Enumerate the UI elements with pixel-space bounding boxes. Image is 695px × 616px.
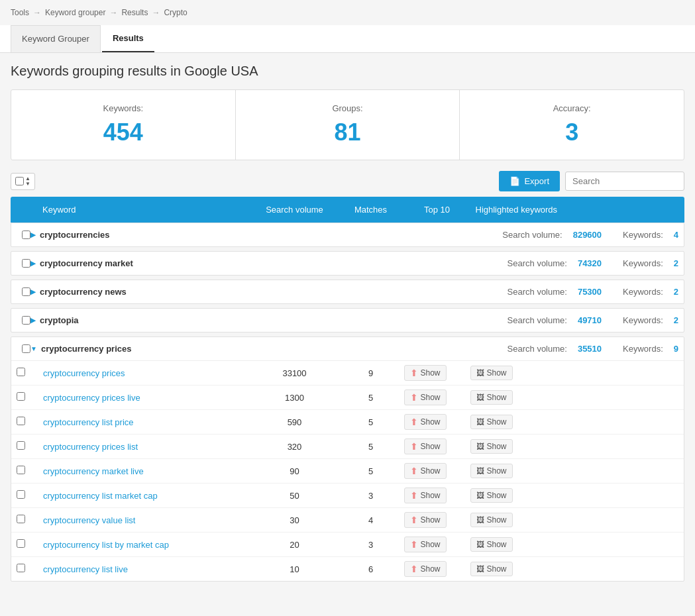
keyword-volume: 33100 [252, 368, 338, 378]
toggle-icon[interactable]: ▶ [30, 317, 36, 324]
highlighted-show-button[interactable]: 🖼 Show [470, 439, 513, 454]
highlighted-show-button[interactable]: 🖼 Show [470, 513, 513, 527]
tab-keyword-grouper[interactable]: Keyword Grouper [11, 25, 101, 52]
table-row: cryptocurrency list live106⬆ Show🖼 Show [11, 557, 684, 581]
breadcrumb-results[interactable]: Results [121, 8, 148, 17]
export-button[interactable]: 📄 Export [499, 171, 560, 191]
group-meta: Search volume: 74320Keywords: 2 [508, 258, 678, 268]
group-kw-value: 2 [674, 315, 678, 325]
top10-show-button[interactable]: ⬆ Show [404, 463, 447, 479]
top10-show-button[interactable]: ⬆ Show [404, 438, 447, 454]
row-checkbox[interactable] [17, 466, 25, 474]
stepper[interactable]: ▲ ▼ [25, 176, 30, 187]
group-checkbox[interactable] [22, 231, 30, 239]
select-control[interactable]: ▲ ▼ [11, 173, 35, 190]
col-keyword-header: Keyword [37, 202, 252, 217]
keyword-highlighted: 🖼 Show [470, 488, 684, 503]
keyword-highlighted: 🖼 Show [470, 537, 684, 552]
group-checkbox[interactable] [22, 316, 30, 325]
keyword-highlighted: 🖼 Show [470, 390, 684, 405]
keyword-volume: 30 [252, 515, 338, 525]
export-label: Export [524, 176, 549, 186]
highlighted-show-button[interactable]: 🖼 Show [470, 390, 513, 405]
highlighted-show-button[interactable]: 🖼 Show [470, 562, 513, 576]
keyword-link[interactable]: cryptocurrency list live [38, 564, 133, 574]
group-kw-label: Keywords: [623, 344, 663, 354]
keyword-volume: 320 [252, 442, 338, 452]
stat-accuracy-value: 3 [473, 119, 670, 146]
row-checkbox[interactable] [17, 441, 25, 450]
highlighted-show-button[interactable]: 🖼 Show [470, 488, 513, 503]
breadcrumb-arrow-3: → [152, 8, 160, 17]
group-checkbox[interactable] [22, 344, 30, 353]
col-checkbox-header [11, 202, 37, 217]
group-vol-value: 74320 [578, 258, 602, 268]
keyword-link[interactable]: cryptocurrency market live [38, 466, 149, 476]
stepper-down[interactable]: ▼ [25, 181, 30, 187]
stat-keywords: Keywords: 454 [11, 90, 236, 160]
group-row: ▶cryptopiaSearch volume: 49710Keywords: … [11, 308, 684, 333]
row-checkbox[interactable] [17, 368, 25, 376]
highlighted-show-button[interactable]: 🖼 Show [470, 537, 513, 552]
keyword-link[interactable]: cryptocurrency prices live [38, 393, 146, 403]
group-header: ▶cryptocurrency marketSearch volume: 743… [11, 252, 684, 275]
top10-show-button[interactable]: ⬆ Show [404, 389, 447, 405]
keyword-link[interactable]: cryptocurrency list market cap [38, 491, 163, 501]
keyword-top10: ⬆ Show [404, 561, 470, 577]
row-checkbox[interactable] [17, 417, 25, 425]
table-row: cryptocurrency market live905⬆ Show🖼 Sho… [11, 459, 684, 484]
breadcrumb-arrow-1: → [33, 8, 41, 17]
group-checkbox[interactable] [22, 287, 30, 296]
row-checkbox[interactable] [17, 515, 25, 523]
keyword-link[interactable]: cryptocurrency prices list [38, 442, 143, 452]
top10-show-button[interactable]: ⬆ Show [404, 365, 447, 381]
toggle-icon[interactable]: ▶ [30, 231, 36, 238]
highlighted-show-button[interactable]: 🖼 Show [470, 366, 513, 380]
search-input[interactable] [565, 172, 684, 191]
group-row: ▶cryptocurrenciesSearch volume: 829600Ke… [11, 223, 684, 247]
keyword-matches: 5 [338, 466, 404, 476]
top10-show-button[interactable]: ⬆ Show [404, 414, 447, 430]
breadcrumb-crypto[interactable]: Crypto [164, 8, 187, 17]
group-checkbox[interactable] [22, 259, 30, 268]
group-meta: Search volume: 75300Keywords: 2 [508, 287, 678, 297]
group-vol-value: 49710 [578, 315, 602, 325]
table-row: cryptocurrency value list304⬆ Show🖼 Show [11, 508, 684, 533]
keyword-top10: ⬆ Show [404, 488, 470, 503]
breadcrumb-keyword-grouper[interactable]: Keyword grouper [45, 8, 105, 17]
row-checkbox-container [11, 417, 38, 427]
table-row: cryptocurrency list by market cap203⬆ Sh… [11, 533, 684, 557]
toggle-icon[interactable]: ▶ [30, 260, 36, 267]
tab-results[interactable]: Results [102, 25, 154, 52]
highlighted-show-button[interactable]: 🖼 Show [470, 415, 513, 429]
keyword-link[interactable]: cryptocurrency value list [38, 515, 140, 525]
highlighted-show-button[interactable]: 🖼 Show [470, 464, 513, 478]
keyword-volume: 590 [252, 417, 338, 427]
top10-show-button[interactable]: ⬆ Show [404, 488, 447, 503]
stat-keywords-label: Keywords: [25, 103, 222, 113]
col-top10-header: Top 10 [404, 202, 470, 217]
keyword-volume: 90 [252, 466, 338, 476]
top10-show-button[interactable]: ⬆ Show [404, 537, 447, 552]
toggle-icon[interactable]: ▼ [30, 345, 37, 352]
row-checkbox[interactable] [17, 392, 25, 401]
top10-show-button[interactable]: ⬆ Show [404, 561, 447, 577]
keyword-matches: 9 [338, 368, 404, 378]
tab-bar: Keyword Grouper Results [0, 25, 695, 53]
group-kw-value: 9 [674, 344, 678, 354]
keyword-highlighted: 🖼 Show [470, 415, 684, 429]
top10-show-button[interactable]: ⬆ Show [404, 512, 447, 528]
row-checkbox[interactable] [17, 564, 25, 572]
keyword-link[interactable]: cryptocurrency prices [38, 368, 131, 378]
row-checkbox-container [11, 441, 38, 452]
row-checkbox[interactable] [17, 490, 25, 499]
table-row: cryptocurrency prices331009⬆ Show🖼 Show [11, 361, 684, 385]
keyword-link[interactable]: cryptocurrency list price [38, 417, 139, 427]
select-all-checkbox[interactable] [15, 177, 24, 185]
toggle-icon[interactable]: ▶ [30, 288, 36, 295]
breadcrumb-tools[interactable]: Tools [11, 8, 29, 17]
group-checkbox-container [17, 287, 30, 296]
group-vol-value: 75300 [578, 287, 602, 297]
row-checkbox[interactable] [17, 539, 25, 548]
keyword-link[interactable]: cryptocurrency list by market cap [38, 540, 174, 550]
